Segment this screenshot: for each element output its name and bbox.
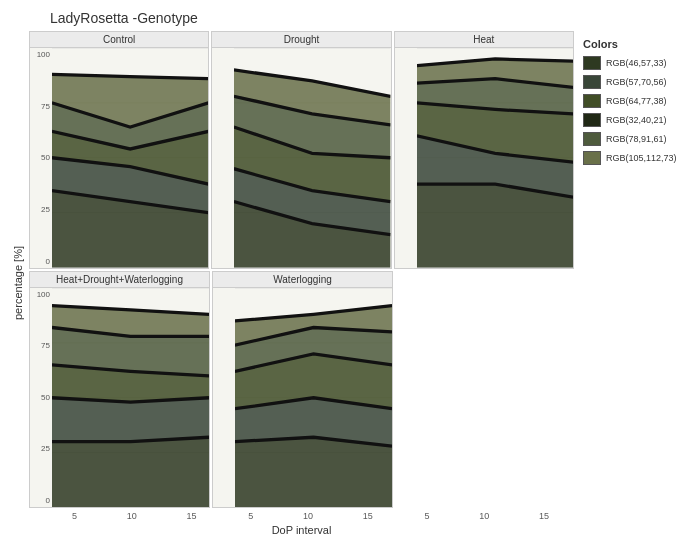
chart-svg-hdw	[52, 288, 209, 508]
legend-swatch-3	[583, 113, 601, 127]
panel-drought-inner	[212, 48, 390, 268]
panel-empty	[395, 271, 574, 509]
plot-area: percentage [%] Control 0 25	[10, 30, 690, 536]
legend-swatch-5	[583, 151, 601, 165]
x-ticks-row1: 5 10 15	[47, 510, 221, 522]
chart-svg-heat	[417, 48, 573, 268]
legend-item-3: RGB(32,40,21)	[583, 113, 686, 127]
svg-marker-49	[235, 437, 392, 507]
plot-title: LadyRosetta -Genotype	[50, 10, 690, 26]
chart-body-control	[52, 48, 208, 268]
legend-label-2: RGB(64,77,38)	[606, 96, 667, 106]
legend-label-0: RGB(46,57,33)	[606, 58, 667, 68]
panel-waterlogging: Waterlogging	[212, 271, 393, 509]
panel-hdw: Heat+Drought+Waterlogging 0 25 50 75 100	[29, 271, 210, 509]
svg-marker-39	[52, 437, 209, 507]
charts-row-bottom: Heat+Drought+Waterlogging 0 25 50 75 100	[28, 270, 575, 510]
panel-control-title: Control	[30, 32, 208, 48]
legend-label-1: RGB(57,70,56)	[606, 77, 667, 87]
charts-grid: Control 0 25 50 75 100	[28, 30, 575, 536]
y-ticks-hdw: 0 25 50 75 100	[30, 288, 52, 508]
chart-svg-drought	[234, 48, 390, 268]
chart-body-drought	[234, 48, 390, 268]
legend-label-3: RGB(32,40,21)	[606, 115, 667, 125]
svg-marker-29	[417, 184, 573, 267]
legend-item-4: RGB(78,91,61)	[583, 132, 686, 146]
panel-hdw-title: Heat+Drought+Waterlogging	[30, 272, 209, 288]
charts-row-top: Control 0 25 50 75 100	[28, 30, 575, 270]
chart-body-hdw	[52, 288, 209, 508]
panel-waterlogging-title: Waterlogging	[213, 272, 392, 288]
panel-control: Control 0 25 50 75 100	[29, 31, 209, 269]
x-axis-label: DoP interval	[28, 524, 575, 536]
legend-item-5: RGB(105,112,73)	[583, 151, 686, 165]
x-axis-area: 5 10 15 5 10 15 5 10 15	[46, 509, 575, 523]
charts-and-legend: Control 0 25 50 75 100	[28, 30, 690, 536]
legend-container: Colors RGB(46,57,33) RGB(57,70,56) RGB(6…	[575, 30, 690, 536]
panel-heat: Heat	[394, 31, 574, 269]
legend-label-4: RGB(78,91,61)	[606, 134, 667, 144]
panel-drought: Drought	[211, 31, 391, 269]
panel-hdw-inner: 0 25 50 75 100	[30, 288, 209, 508]
chart-body-heat	[417, 48, 573, 268]
chart-svg-control	[52, 48, 208, 268]
legend-item-0: RGB(46,57,33)	[583, 56, 686, 70]
x-ticks-row2: 5 10 15	[223, 510, 397, 522]
main-container: LadyRosetta -Genotype percentage [%] Con…	[0, 0, 700, 546]
panel-control-inner: 0 25 50 75 100	[30, 48, 208, 268]
legend-title: Colors	[583, 38, 686, 50]
svg-marker-38	[52, 397, 209, 441]
legend-label-5: RGB(105,112,73)	[606, 153, 677, 163]
chart-body-waterlogging	[235, 288, 392, 508]
y-ticks-control: 0 25 50 75 100	[30, 48, 52, 268]
panel-drought-title: Drought	[212, 32, 390, 48]
legend-item-1: RGB(57,70,56)	[583, 75, 686, 89]
legend-swatch-1	[583, 75, 601, 89]
x-ticks-row3: 5 10 15	[400, 510, 574, 522]
legend-swatch-2	[583, 94, 601, 108]
legend-item-2: RGB(64,77,38)	[583, 94, 686, 108]
panel-heat-title: Heat	[395, 32, 573, 48]
legend-swatch-4	[583, 132, 601, 146]
y-axis-label: percentage [%]	[10, 30, 26, 536]
panel-heat-inner	[395, 48, 573, 268]
chart-svg-waterlogging	[235, 288, 392, 508]
legend-swatch-0	[583, 56, 601, 70]
panel-waterlogging-inner	[213, 288, 392, 508]
